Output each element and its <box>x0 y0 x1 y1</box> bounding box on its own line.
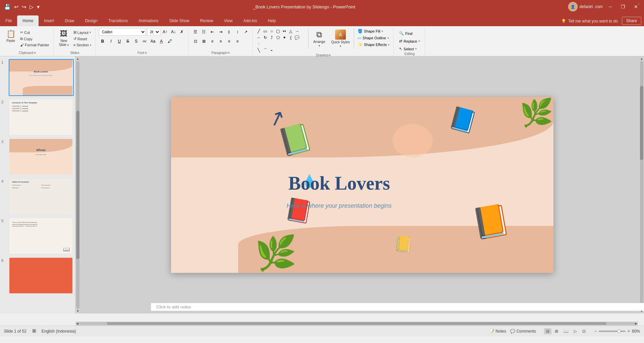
cut-button[interactable]: ✂ Cut <box>19 30 51 35</box>
save-button[interactable]: 💾 <box>3 3 11 11</box>
format-painter-button[interactable]: 🖌 Format Painter <box>19 42 51 48</box>
tab-slideshow[interactable]: Slide Show <box>164 15 195 26</box>
restore-button[interactable]: ❐ <box>618 3 628 11</box>
reading-view-button[interactable]: 📖 <box>561 328 571 334</box>
shape-outline-button[interactable]: ▭ Shape Outline ▾ <box>356 35 391 41</box>
font-increase-button[interactable]: A↑ <box>161 28 169 36</box>
rounded-rect-shape[interactable]: ▢ <box>275 28 281 34</box>
vertical-scrollbar-right[interactable]: ▲ ▼ <box>639 56 644 313</box>
copy-button[interactable]: ⧉ Copy <box>19 36 51 42</box>
freeform-shape[interactable]: ╲ <box>256 47 262 53</box>
justify-button[interactable]: ≡ <box>234 38 241 45</box>
align-text-button[interactable]: ⊠ <box>200 38 208 45</box>
smart-art-button[interactable]: ↗ <box>242 28 250 36</box>
slide-sorter-button[interactable]: ⊞ <box>553 328 560 334</box>
indent-more-button[interactable]: ⇥ <box>217 28 224 36</box>
line-spacing-button[interactable]: ↕ <box>234 28 241 36</box>
slide-item[interactable]: 4 Table of Contents 01 Introduction02 Pr… <box>1 178 74 215</box>
bullets-button[interactable]: ☰ <box>192 28 199 36</box>
scroll-up-icon[interactable]: ▲ <box>76 57 79 60</box>
slide-thumbnail[interactable] <box>9 257 74 294</box>
scroll-up-right-icon[interactable]: ▲ <box>640 57 643 60</box>
font-family-select[interactable]: Calibri <box>99 28 146 36</box>
tab-addins[interactable]: Add-ins <box>238 15 263 26</box>
tab-draw[interactable]: Draw <box>59 15 79 26</box>
slide-thumbnail[interactable]: Book Lovers Here is where your presentat… <box>9 59 74 96</box>
tab-animations[interactable]: Animations <box>133 15 164 26</box>
normal-view-button[interactable]: ⊟ <box>544 328 551 334</box>
columns-button[interactable]: ⫿ <box>225 28 233 36</box>
line-shape[interactable]: ╱ <box>256 28 262 34</box>
scroll-down-icon[interactable]: ▼ <box>76 309 79 313</box>
oval-shape[interactable]: ○ <box>269 28 275 34</box>
font-expander-icon[interactable]: ⧉ <box>145 51 147 55</box>
brace-shape[interactable]: { <box>288 35 294 41</box>
triangle-shape[interactable]: △ <box>288 28 294 34</box>
tab-insert[interactable]: Insert <box>39 15 59 26</box>
char-spacing-button[interactable]: AV <box>141 38 148 45</box>
star-shape[interactable]: ✦ <box>281 35 287 41</box>
curve-shape[interactable]: ⌒ <box>262 47 268 53</box>
comments-toggle[interactable]: 💬 Comments <box>510 329 536 334</box>
tab-view[interactable]: View <box>219 15 238 26</box>
shape-gallery-more[interactable]: ⋮ <box>256 41 262 47</box>
arrow-left-shape[interactable]: ← <box>256 35 262 41</box>
tab-help[interactable]: Help <box>262 15 281 26</box>
tab-review[interactable]: Review <box>195 15 218 26</box>
slide-thumbnail[interactable]: "This is a quote. Words full of wisdom t… <box>9 217 74 254</box>
tab-design[interactable]: Design <box>79 15 103 26</box>
font-size-select[interactable]: 28 <box>147 28 160 36</box>
shape-fill-button[interactable]: 🪣 Shape Fill ▾ <box>356 28 391 34</box>
presenter-view-button[interactable]: ⊡ <box>580 328 588 334</box>
select-button[interactable]: ↖ Select ▾ <box>397 46 419 52</box>
reset-button[interactable]: ↺ Reset <box>72 36 93 42</box>
user-profile[interactable]: 👤 defantri .com <box>568 2 603 11</box>
clear-format-button[interactable]: ✗ <box>178 28 185 36</box>
speech-shape[interactable]: 💬 <box>294 35 300 41</box>
strikethrough-button[interactable]: S <box>124 38 131 45</box>
tell-me-area[interactable]: 💡 Tell me what you want to do <box>557 17 622 25</box>
notes-toggle[interactable]: 📝 Notes <box>489 329 506 334</box>
arrow-curve-shape[interactable]: ↻ <box>262 35 268 41</box>
change-case-button[interactable]: Aa <box>149 38 157 45</box>
text-direction-button[interactable]: ⊡ <box>192 38 199 45</box>
ribbon-collapse-button[interactable]: ∧ <box>636 1 641 6</box>
pentagon-shape[interactable]: ⬠ <box>275 35 281 41</box>
align-right-button[interactable]: ≡ <box>225 38 233 45</box>
clipboard-expander-icon[interactable]: ⧉ <box>34 51 36 55</box>
slide-thumbnail[interactable]: Whoa! Lorem ipsum dolor <box>9 138 74 175</box>
slide-item[interactable]: 6 <box>1 257 74 294</box>
zoom-slider[interactable] <box>599 331 626 332</box>
underline-button[interactable]: U <box>116 38 123 45</box>
tab-home[interactable]: Home <box>17 15 39 26</box>
bend-shape[interactable]: ⤴ <box>269 35 275 41</box>
arrow-right-shape[interactable]: → <box>294 28 300 34</box>
slideshow-button[interactable]: ▷ <box>572 328 579 334</box>
slide-item[interactable]: 1 Book Lovers Here is where your present… <box>1 59 74 96</box>
tab-file[interactable]: File <box>0 15 17 26</box>
indent-less-button[interactable]: ⇤ <box>209 28 216 36</box>
find-button[interactable]: 🔍 Find <box>397 30 414 37</box>
italic-button[interactable]: I <box>107 38 115 45</box>
slide-thumbnail[interactable]: Table of Contents 01 Introduction02 Pres… <box>9 178 74 215</box>
layout-button[interactable]: ⊞ Layout ▾ <box>72 30 93 35</box>
scroll-right-icon[interactable]: ▶ <box>635 322 637 325</box>
highlight-button[interactable]: 🖍 <box>166 38 173 45</box>
paste-button[interactable]: 📋 Paste <box>4 28 17 49</box>
zoom-in-button[interactable]: + <box>628 329 630 334</box>
horizontal-scrollbar[interactable]: ◀ ▶ <box>75 322 638 326</box>
undo-button[interactable]: ↩ <box>13 3 19 11</box>
shape-effects-button[interactable]: ✨ Shape Effects ▾ <box>356 42 391 48</box>
connector-shape[interactable]: ⌁ <box>269 47 275 53</box>
bold-button[interactable]: B <box>99 38 106 45</box>
numbering-button[interactable]: ☷ <box>200 28 208 36</box>
replace-button[interactable]: ⇄ Replace ▾ <box>397 38 422 44</box>
spelling-check-icon[interactable]: 🗷 <box>32 329 36 334</box>
share-button[interactable]: Share <box>622 17 641 25</box>
align-left-button[interactable]: ≡ <box>209 38 216 45</box>
present-button[interactable]: ▷ <box>29 3 34 11</box>
font-color-button[interactable]: A <box>158 38 165 45</box>
arrange-button[interactable]: ⧉ Arrange ▾ <box>311 28 328 49</box>
font-decrease-button[interactable]: A↓ <box>170 28 177 36</box>
paragraph-expander-icon[interactable]: ⧉ <box>228 51 230 55</box>
